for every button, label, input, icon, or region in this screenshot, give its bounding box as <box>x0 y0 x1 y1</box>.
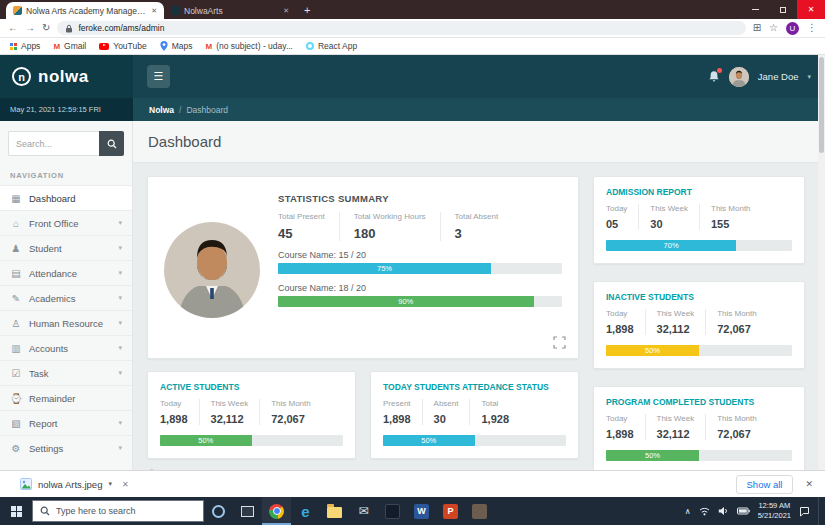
clock[interactable]: 12:59 AM 5/21/2021 <box>758 501 791 522</box>
wifi-icon[interactable] <box>699 507 710 516</box>
bookmark-apps[interactable]: Apps <box>10 41 40 51</box>
cortana-button[interactable] <box>204 497 233 525</box>
metric-label: Today <box>160 399 188 408</box>
card-metric: This Week 32,112 <box>645 414 706 440</box>
metric-label: Present <box>383 399 411 408</box>
dashboard-content: STATISTICS SUMMARY Total Present 45 Tota… <box>133 163 825 470</box>
card-metric: This Month 72,067 <box>705 309 768 335</box>
metric-label: This Week <box>657 414 695 423</box>
task-view-button[interactable] <box>233 497 262 525</box>
user-name[interactable]: Jane Doe <box>758 71 799 82</box>
metrics-row: Total Present 45 Total Working Hours 180… <box>278 212 562 241</box>
active-students-card: ACTIVE STUDENTS Today 1,898 This Week 32… <box>147 371 356 459</box>
sidebar-item-front-office[interactable]: ⌂ Front Office ▾ <box>0 210 132 235</box>
bookmark-gmail[interactable]: M Gmail <box>53 41 86 51</box>
battery-icon[interactable] <box>737 507 750 515</box>
user-avatar[interactable] <box>729 67 749 87</box>
expand-icon[interactable] <box>553 336 566 349</box>
speaker-icon[interactable] <box>718 506 729 516</box>
sidebar-item-attendance[interactable]: ▤ Attendance ▾ <box>0 260 132 285</box>
search-input[interactable] <box>8 131 99 156</box>
sidebar-item-human-resource[interactable]: ♙ Human Resource ▾ <box>0 310 132 335</box>
apps-grid-icon <box>10 43 17 50</box>
back-icon[interactable]: ← <box>8 23 18 33</box>
store-taskbar-icon[interactable] <box>378 497 407 525</box>
download-dismiss-icon[interactable]: ✕ <box>122 480 129 489</box>
forward-icon[interactable]: → <box>25 23 35 33</box>
sidebar-item-report[interactable]: ▧ Report ▾ <box>0 410 132 435</box>
notifications-bell-icon[interactable] <box>708 70 720 83</box>
card-title: TODAY STUDENTS ATTEDANCE STATUS <box>383 382 566 392</box>
navbar-right: Jane Doe ▾ <box>708 67 811 87</box>
card-title: PROGRAM COMPLETED STUDENTS <box>606 397 792 407</box>
show-all-button[interactable]: Show all <box>736 475 794 494</box>
taskbar-search-input[interactable] <box>56 506 196 516</box>
mail-taskbar-icon[interactable]: ✉ <box>349 497 378 525</box>
sidebar-item-student[interactable]: ♟ Student ▾ <box>0 235 132 260</box>
url-text: feroke.com/ams/admin <box>78 23 737 33</box>
action-center-icon[interactable] <box>799 506 810 517</box>
pinned-app-taskbar-icon[interactable] <box>465 497 494 525</box>
sidebar-item-label: Dashboard <box>29 193 75 204</box>
sidebar-item-accounts[interactable]: ▥ Accounts ▾ <box>0 335 132 360</box>
new-tab-button[interactable]: + <box>304 4 310 16</box>
bookmarks-bar: Apps M Gmail YouTube Maps M (no subject)… <box>0 38 825 55</box>
sidebar-item-dashboard[interactable]: ▦ Dashboard <box>0 185 132 210</box>
course-progress: Course Name: 18 / 20 90% <box>278 283 562 307</box>
word-taskbar-icon[interactable]: W <box>407 497 436 525</box>
card-metric: Absent 30 <box>422 399 470 425</box>
search-button[interactable] <box>99 131 124 156</box>
download-menu-chevron-icon[interactable]: ▾ <box>108 480 112 488</box>
sidebar-item-academics[interactable]: ✎ Academics ▾ <box>0 285 132 310</box>
metric-value: 1,898 <box>606 323 634 335</box>
start-button[interactable] <box>0 497 32 525</box>
window-minimize-button[interactable] <box>741 0 769 19</box>
metric-label: This Month <box>711 204 751 213</box>
progress-fill: 50% <box>606 345 699 356</box>
tray-expand-chevron-icon[interactable]: ∧ <box>685 507 691 516</box>
progress-fill: 50% <box>383 435 475 446</box>
bookmark-youtube[interactable]: YouTube <box>99 41 146 51</box>
tab-close-icon[interactable]: ✕ <box>283 7 289 15</box>
bookmark-no-subject[interactable]: M (no subject) - uday... <box>205 41 293 51</box>
sidebar-item-remainder[interactable]: ⌚ Remainder <box>0 385 132 410</box>
metric-label: Absent <box>434 399 459 408</box>
edge-taskbar-icon[interactable]: e <box>291 497 320 525</box>
map-pin-icon <box>160 41 168 51</box>
tab-title: Nolwa Arts Academy Manageme <box>26 6 147 16</box>
bookmark-maps[interactable]: Maps <box>160 41 193 51</box>
browser-tab-active[interactable]: Nolwa Arts Academy Manageme ✕ <box>6 2 164 19</box>
download-bar-close-icon[interactable]: ✕ <box>805 479 813 489</box>
bookmark-label: Gmail <box>64 41 86 51</box>
tab-close-icon[interactable]: ✕ <box>151 7 157 15</box>
course-label: Course Name: 15 / 20 <box>278 250 562 260</box>
report-icon: ▧ <box>10 418 22 429</box>
sidebar-item-settings[interactable]: ⚙ Settings ▾ <box>0 435 132 460</box>
scrollbar-thumb[interactable] <box>819 57 824 153</box>
powerpoint-taskbar-icon[interactable]: P <box>436 497 465 525</box>
metric-label: This Week <box>650 204 688 213</box>
menu-toggle-button[interactable]: ☰ <box>147 65 170 88</box>
chrome-taskbar-icon[interactable] <box>262 497 291 525</box>
metric-value: 32,112 <box>657 323 695 335</box>
browser-tab-inactive[interactable]: NolwaArts ✕ <box>164 2 296 19</box>
sidebar-item-label: Report <box>29 418 58 429</box>
page-scrollbar[interactable] <box>818 55 825 470</box>
taskbar-search[interactable] <box>32 500 204 522</box>
breadcrumb-root[interactable]: Nolwa <box>149 105 174 115</box>
address-bar[interactable]: feroke.com/ams/admin <box>57 21 745 35</box>
window-close-button[interactable]: ✕ <box>797 0 825 19</box>
app-logo-text[interactable]: nolwa <box>38 67 89 87</box>
show-desktop-button[interactable] <box>818 497 821 525</box>
bookmark-react-app[interactable]: React App <box>306 41 357 51</box>
download-item[interactable]: nolwa Arts.jpeg ▾ ✕ <box>12 475 137 493</box>
file-explorer-taskbar-icon[interactable] <box>320 497 349 525</box>
window-maximize-button[interactable] <box>769 0 797 19</box>
bookmark-star-icon[interactable]: ☆ <box>769 23 778 33</box>
extensions-icon[interactable]: ⊞ <box>753 23 761 33</box>
sidebar-item-task[interactable]: ☑ Task ▾ <box>0 360 132 385</box>
reload-icon[interactable]: ↻ <box>42 23 50 33</box>
user-menu-chevron-icon[interactable]: ▾ <box>807 73 811 81</box>
browser-profile-avatar[interactable]: U <box>786 22 799 35</box>
browser-menu-icon[interactable]: ⋮ <box>807 23 817 33</box>
